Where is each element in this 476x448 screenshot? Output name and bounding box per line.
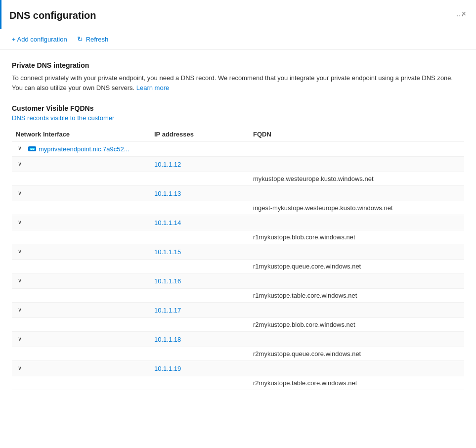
ip-cell-7: 10.1.1.19 bbox=[150, 361, 249, 376]
private-dns-description: To connect privately with your private e… bbox=[12, 73, 464, 92]
ip-cell-6: 10.1.1.18 bbox=[150, 332, 249, 347]
table-row: ∨ 10.1.1.14 bbox=[12, 215, 464, 230]
fqdn-cell-upper-2 bbox=[249, 215, 464, 230]
table-row: ∨ 10.1.1.12 bbox=[12, 157, 464, 172]
child-chevron-6[interactable]: ∨ bbox=[16, 336, 24, 344]
toolbar: + Add configuration ↻ Refresh bbox=[0, 29, 476, 49]
private-dns-desc-text: To connect privately with your private e… bbox=[12, 74, 453, 91]
table-row: ∨ 10.1.1.18 bbox=[12, 332, 464, 347]
fqdn-cell-upper-1 bbox=[249, 186, 464, 201]
table-row: ∨ 10.1.1.15 bbox=[12, 244, 464, 260]
network-cell: ∨ myprivateendpoint.nic.7a9c52... bbox=[12, 141, 150, 157]
child-chevron-4[interactable]: ∨ bbox=[16, 277, 24, 285]
fqdn-ip-cell-4 bbox=[150, 289, 249, 303]
panel-header: DNS configuration ··· × bbox=[0, 0, 476, 29]
ip-cell-0: 10.1.1.12 bbox=[150, 157, 249, 172]
fqdn-ip-cell-3 bbox=[150, 260, 249, 273]
fqdn-cell-upper-3 bbox=[249, 244, 464, 260]
table-row: ∨ 10.1.1.13 bbox=[12, 186, 464, 201]
table-parent-row: ∨ myprivateendpoint.nic.7a9c52... bbox=[12, 141, 464, 157]
ip-cell-3: 10.1.1.15 bbox=[150, 244, 249, 260]
child-chevron-2[interactable]: ∨ bbox=[16, 219, 24, 227]
fqdn-value-cell-2: r1mykustope.blob.core.windows.net bbox=[249, 230, 464, 244]
table-row: r2mykustope.blob.core.windows.net bbox=[12, 318, 464, 332]
content-area: Private DNS integration To connect priva… bbox=[0, 49, 476, 402]
refresh-label: Refresh bbox=[86, 36, 109, 43]
child-network-cell-6: ∨ bbox=[12, 332, 150, 347]
fqdn-cell-upper-7 bbox=[249, 361, 464, 376]
fqdn-cell-upper-5 bbox=[249, 303, 464, 318]
child-chevron-0[interactable]: ∨ bbox=[16, 161, 24, 169]
fqdn-value-cell-6: r2mykustope.queue.core.windows.net bbox=[249, 347, 464, 361]
panel-title: DNS configuration bbox=[9, 10, 451, 21]
ip-cell-4: 10.1.1.16 bbox=[150, 273, 249, 289]
dns-configuration-panel: DNS configuration ··· × + Add configurat… bbox=[0, 0, 476, 402]
col-header-ip: IP addresses bbox=[150, 128, 249, 141]
table-header-row: Network Interface IP addresses FQDN bbox=[12, 128, 464, 141]
fqdn-table: Network Interface IP addresses FQDN ∨ bbox=[12, 128, 464, 390]
fqdn-network-cell-7 bbox=[12, 376, 150, 390]
fqdn-value-cell-1: ingest-mykustope.westeurope.kusto.window… bbox=[249, 201, 464, 215]
parent-chevron[interactable]: ∨ bbox=[16, 145, 24, 153]
refresh-icon: ↻ bbox=[77, 35, 83, 43]
table-row: mykustope.westeurope.kusto.windows.net bbox=[12, 172, 464, 186]
fqdn-network-cell-3 bbox=[12, 260, 150, 273]
learn-more-link[interactable]: Learn more bbox=[136, 84, 169, 91]
close-button[interactable]: × bbox=[462, 10, 466, 18]
child-network-cell-3: ∨ bbox=[12, 244, 150, 260]
child-network-cell-4: ∨ bbox=[12, 273, 150, 289]
fqdn-network-cell-6 bbox=[12, 347, 150, 361]
fqdn-ip-cell-1 bbox=[150, 201, 249, 215]
fqdn-network-cell-1 bbox=[12, 201, 150, 215]
child-network-cell-5: ∨ bbox=[12, 303, 150, 318]
fqdn-cell-upper-0 bbox=[249, 157, 464, 172]
table-row: ∨ 10.1.1.17 bbox=[12, 303, 464, 318]
table-row: r1mykustope.blob.core.windows.net bbox=[12, 230, 464, 244]
add-configuration-label: + Add configuration bbox=[12, 36, 67, 43]
parent-ip-cell bbox=[150, 141, 249, 157]
fqdn-section: Customer Visible FQDNs DNS records visib… bbox=[12, 104, 464, 390]
fqdn-network-cell-4 bbox=[12, 289, 150, 303]
parent-nic-name: myprivateendpoint.nic.7a9c52... bbox=[39, 145, 130, 153]
child-chevron-1[interactable]: ∨ bbox=[16, 190, 24, 198]
table-row: r2mykustope.queue.core.windows.net bbox=[12, 347, 464, 361]
table-row: ∨ 10.1.1.16 bbox=[12, 273, 464, 289]
svg-rect-2 bbox=[31, 149, 32, 150]
fqdn-cell-upper-4 bbox=[249, 273, 464, 289]
child-network-cell-1: ∨ bbox=[12, 186, 150, 201]
ip-cell-2: 10.1.1.14 bbox=[150, 215, 249, 230]
col-header-fqdn: FQDN bbox=[249, 128, 464, 141]
fqdn-value-cell-0: mykustope.westeurope.kusto.windows.net bbox=[249, 172, 464, 186]
fqdn-section-subtitle: DNS records visible to the customer bbox=[12, 114, 464, 122]
fqdn-value-cell-5: r2mykustope.blob.core.windows.net bbox=[249, 318, 464, 332]
private-dns-section: Private DNS integration To connect priva… bbox=[12, 61, 464, 92]
fqdn-value-cell-7: r2mykustope.table.core.windows.net bbox=[249, 376, 464, 390]
child-network-cell-7: ∨ bbox=[12, 361, 150, 376]
child-chevron-5[interactable]: ∨ bbox=[16, 307, 24, 314]
svg-rect-3 bbox=[33, 149, 34, 150]
ip-cell-1: 10.1.1.13 bbox=[150, 186, 249, 201]
private-dns-title: Private DNS integration bbox=[12, 61, 464, 69]
fqdn-ip-cell-0 bbox=[150, 172, 249, 186]
svg-rect-1 bbox=[30, 148, 35, 150]
fqdn-value-cell-4: r1mykustope.table.core.windows.net bbox=[249, 289, 464, 303]
fqdn-section-title: Customer Visible FQDNs bbox=[12, 104, 464, 112]
table-row: r2mykustope.table.core.windows.net bbox=[12, 376, 464, 390]
table-row: ingest-mykustope.westeurope.kusto.window… bbox=[12, 201, 464, 215]
fqdn-ip-cell-6 bbox=[150, 347, 249, 361]
child-chevron-7[interactable]: ∨ bbox=[16, 365, 24, 373]
nic-icon bbox=[28, 144, 37, 153]
col-header-network: Network Interface bbox=[12, 128, 150, 141]
fqdn-ip-cell-7 bbox=[150, 376, 249, 390]
child-network-cell-0: ∨ bbox=[12, 157, 150, 172]
ip-cell-5: 10.1.1.17 bbox=[150, 303, 249, 318]
fqdn-network-cell-5 bbox=[12, 318, 150, 332]
add-configuration-button[interactable]: + Add configuration bbox=[12, 34, 67, 45]
fqdn-ip-cell-2 bbox=[150, 230, 249, 244]
child-chevron-3[interactable]: ∨ bbox=[16, 248, 24, 256]
child-network-cell-2: ∨ bbox=[12, 215, 150, 230]
table-row: ∨ 10.1.1.19 bbox=[12, 361, 464, 376]
table-row: r1mykustope.queue.core.windows.net bbox=[12, 260, 464, 273]
fqdn-network-cell-0 bbox=[12, 172, 150, 186]
refresh-button[interactable]: ↻ Refresh bbox=[77, 33, 109, 45]
